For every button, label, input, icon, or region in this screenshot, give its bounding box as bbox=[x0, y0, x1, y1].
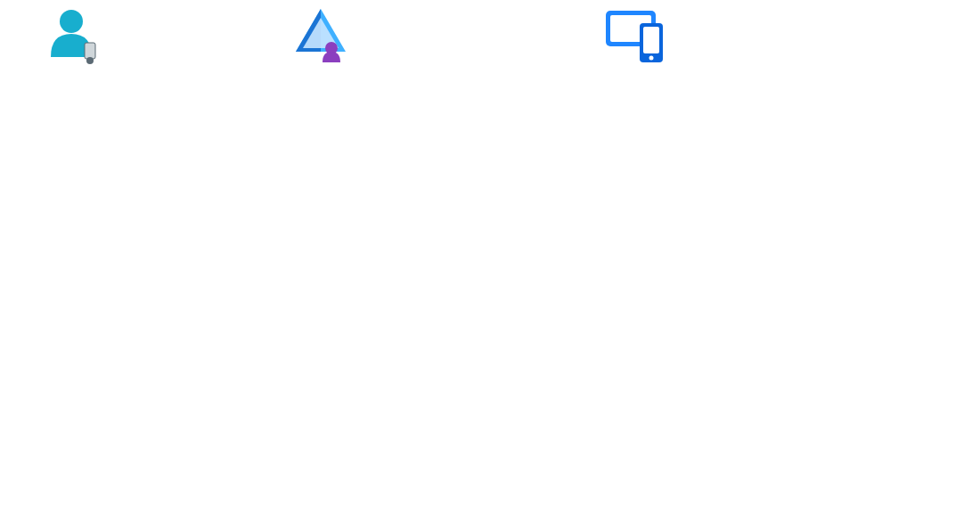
sequence-diagram bbox=[0, 0, 980, 515]
svg-point-11 bbox=[649, 56, 654, 61]
device-icon bbox=[606, 11, 663, 62]
svg-rect-10 bbox=[643, 27, 659, 53]
svg-point-2 bbox=[86, 57, 94, 64]
azure-b2c-icon bbox=[296, 9, 346, 62]
svg-rect-1 bbox=[85, 43, 95, 59]
user-icon bbox=[51, 10, 95, 64]
svg-point-0 bbox=[60, 10, 83, 33]
